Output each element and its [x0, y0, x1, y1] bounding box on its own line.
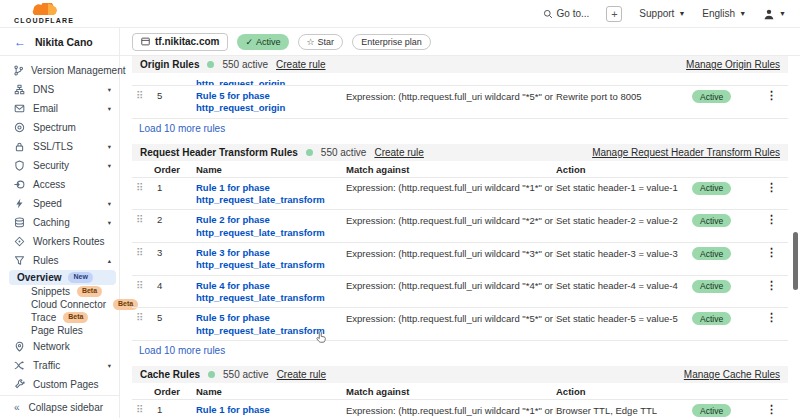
create-rule-link[interactable]: Create rule [374, 147, 423, 158]
chevron-down-icon: ▾ [108, 105, 111, 113]
sidebar-item-label: SSL/TLS [33, 141, 73, 152]
rule-name-link[interactable]: Rule 5 for phasehttp_request_late_transf… [196, 312, 346, 337]
sidebar-item-access[interactable]: Access [0, 175, 119, 194]
chevron-down-icon: ▾ [108, 86, 111, 94]
sidebar-item-label: Security [33, 160, 69, 171]
rules-sections: Origin Rules 550 active Create rule Mana… [132, 56, 788, 418]
sidebar-item-network[interactable]: Network [0, 337, 119, 356]
add-site-button[interactable]: + [606, 6, 622, 22]
sidebar-nav: Version Management DNS ▾ Email ▾ Spectru… [0, 61, 119, 394]
traffic-icon [13, 360, 26, 371]
rule-action: Set static header-1 = value-1 [556, 182, 692, 194]
sidebar-item-page-rules[interactable]: Page Rules [0, 324, 119, 337]
sidebar-item-overview[interactable]: Overview New [9, 270, 116, 285]
kebab-menu-icon[interactable]: ⋮ [766, 280, 788, 291]
site-icon [141, 37, 150, 46]
drag-handle-icon[interactable]: ⠿ [132, 248, 154, 258]
language-menu[interactable]: English ▼ [702, 8, 746, 19]
access-icon [13, 179, 26, 190]
sidebar-item-label: Snippets [31, 286, 70, 297]
section-request-header-transform-rules: Request Header Transform Rules 550 activ… [132, 144, 788, 360]
rule-order: 1 [154, 404, 196, 415]
drag-handle-icon[interactable]: ⠿ [132, 313, 154, 323]
create-rule-link[interactable]: Create rule [277, 369, 326, 380]
rule-match-expression: Expression: (http.request.full_uri wildc… [346, 90, 556, 102]
branch-icon [13, 65, 24, 76]
sidebar-item-label: Version Management [31, 65, 126, 76]
kebab-menu-icon[interactable]: ⋮ [766, 90, 788, 101]
support-menu[interactable]: Support ▼ [639, 8, 685, 19]
sidebar-item-label: Page Rules [31, 325, 83, 336]
active-count: 550 active [321, 147, 367, 158]
sidebar-item-spectrum[interactable]: Spectrum [0, 118, 119, 137]
rule-order: 3 [154, 247, 196, 258]
load-more-rules-link[interactable]: Load 10 more rules [132, 341, 788, 360]
sidebar-item-label: DNS [33, 84, 54, 95]
sidebar-item-label: Workers Routes [33, 236, 105, 247]
load-more-rules-link[interactable]: Load 10 more rules [132, 119, 788, 138]
rule-row: ⠿ 4 Rule 4 for phasehttp_request_late_tr… [132, 276, 788, 309]
table-body: http_request_origin ⠿ 5 Rule 5 for phase… [132, 73, 788, 119]
sidebar-item-email[interactable]: Email ▾ [0, 99, 119, 118]
rule-name-link[interactable]: Rule 1 for phasehttp_request_late_transf… [196, 182, 346, 207]
sidebar-item-snippets[interactable]: Snippets Beta [0, 285, 119, 298]
scrollbar-thumb[interactable] [793, 232, 798, 290]
sidebar-item-workers-routes[interactable]: Workers Routes [0, 232, 119, 251]
manage-rules-link[interactable]: Manage Origin Rules [686, 59, 780, 70]
dns-icon [13, 84, 26, 95]
sidebar-item-traffic[interactable]: Traffic ▾ [0, 356, 119, 375]
sidebar-item-rules[interactable]: Rules ▴ [0, 251, 119, 270]
top-nav: CLOUDFLARE Go to... + Support ▼ English … [0, 0, 800, 28]
sidebar-item-security[interactable]: Security ▾ [0, 156, 119, 175]
kebab-menu-icon[interactable]: ⋮ [766, 247, 788, 258]
section-header-band: Request Header Transform Rules 550 activ… [132, 144, 788, 161]
section-header-band: Cache Rules 550 active Create rule Manag… [132, 366, 788, 383]
collapse-sidebar-button[interactable]: « Collapse sidebar [0, 395, 119, 418]
collapse-label: Collapse sidebar [29, 402, 104, 413]
kebab-menu-icon[interactable]: ⋮ [766, 312, 788, 323]
manage-rules-link[interactable]: Manage Request Header Transform Rules [592, 147, 780, 158]
drag-handle-icon[interactable]: ⠿ [132, 281, 154, 291]
zone-status-badge: ✓ Active [237, 34, 288, 50]
sidebar-item-label: Spectrum [33, 122, 76, 133]
rule-name-link[interactable]: Rule 2 for phasehttp_request_late_transf… [196, 214, 346, 239]
rule-name-link[interactable]: Rule 1 for phasehttp_request_cache_setti… [196, 404, 346, 418]
check-icon: ✓ [245, 37, 253, 47]
cloudflare-logo[interactable]: CLOUDFLARE [14, 3, 74, 24]
rule-match-expression: Expression: (http.request.full_uri wildc… [346, 404, 556, 416]
rule-name-link[interactable]: Rule 4 for phasehttp_request_late_transf… [196, 280, 346, 305]
drag-handle-icon[interactable]: ⠿ [132, 183, 154, 193]
manage-rules-link[interactable]: Manage Cache Rules [684, 369, 780, 380]
domain-name: tf.nikitac.com [155, 36, 219, 47]
sidebar-item-caching[interactable]: Caching ▾ [0, 213, 119, 232]
rule-name-link[interactable]: Rule 3 for phasehttp_request_late_transf… [196, 247, 346, 272]
kebab-menu-icon[interactable]: ⋮ [766, 182, 788, 193]
account-menu[interactable]: ▼ [763, 8, 786, 20]
drag-handle-icon[interactable]: ⠿ [132, 91, 154, 101]
sidebar-item-speed[interactable]: Speed ▾ [0, 194, 119, 213]
sidebar-item-dns[interactable]: DNS ▾ [0, 80, 119, 99]
rule-name-link[interactable]: Rule 5 for phasehttp_request_origin [196, 90, 346, 115]
back-arrow-icon[interactable]: ← [14, 35, 26, 49]
workers-icon [13, 236, 26, 247]
sidebar-item-trace[interactable]: Trace Beta [0, 311, 119, 324]
create-rule-link[interactable]: Create rule [276, 59, 325, 70]
drag-handle-icon[interactable]: ⠿ [132, 405, 154, 415]
kebab-menu-icon[interactable]: ⋮ [766, 214, 788, 225]
sidebar-item-label: Cloud Connector [31, 299, 106, 310]
chevron-down-icon: ▼ [678, 10, 685, 17]
star-button[interactable]: ☆ Star [298, 34, 344, 50]
drag-handle-icon[interactable]: ⠿ [132, 215, 154, 225]
rule-name-link[interactable]: http_request_origin [196, 78, 285, 86]
sidebar-item-ssl-tls[interactable]: SSL/TLS ▾ [0, 137, 119, 156]
sidebar-item-version-management[interactable]: Version Management [0, 61, 119, 80]
domain-selector[interactable]: tf.nikitac.com [132, 33, 228, 51]
sidebar-item-cloud-connector[interactable]: Cloud Connector Beta [0, 298, 119, 311]
sidebar-item-custom-pages[interactable]: Custom Pages [0, 375, 119, 394]
shield-icon [13, 160, 26, 171]
kebab-menu-icon[interactable]: ⋮ [766, 404, 788, 415]
rule-match-expression: Expression: (http.request.full_uri wildc… [346, 312, 556, 324]
sidebar-item-label: Access [33, 179, 65, 190]
table-column-headers: Order Name Match against Action [132, 383, 788, 400]
global-search[interactable]: Go to... [543, 8, 590, 19]
